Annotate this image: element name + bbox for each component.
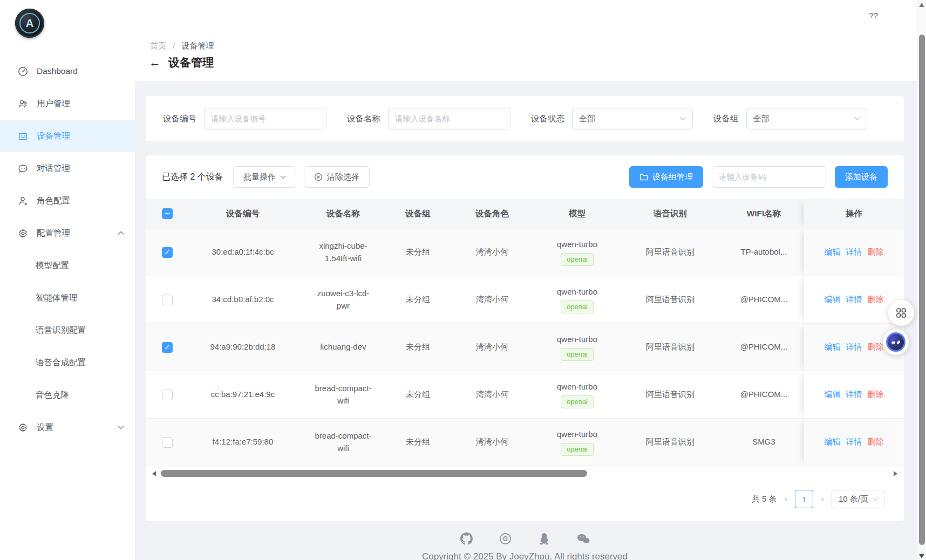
device-group-manage-button[interactable]: 设备组管理: [629, 166, 703, 188]
scroll-down-arrow-icon[interactable]: [919, 554, 924, 558]
edit-link[interactable]: 编辑: [825, 342, 841, 352]
breadcrumb-home[interactable]: 首页: [150, 41, 166, 50]
device-group-select[interactable]: 全部: [746, 108, 867, 129]
sidebar-item-device-mgmt[interactable]: 设备管理: [0, 120, 135, 152]
device-name-filter-label: 设备名称: [347, 113, 380, 125]
user-avatar-fallback[interactable]: ??: [869, 11, 878, 20]
sidebar-item-role-config[interactable]: 角色配置: [0, 185, 135, 217]
vertical-scrollbar-thumb[interactable]: [919, 35, 925, 545]
detail-link[interactable]: 详情: [846, 390, 862, 400]
device-status-select[interactable]: 全部: [572, 108, 693, 129]
device-status-value: 全部: [579, 114, 595, 124]
group-cell: 未分组: [390, 276, 446, 323]
detail-link[interactable]: 详情: [846, 437, 862, 447]
row-checkbox[interactable]: ✓: [162, 390, 173, 400]
folder-icon: [639, 173, 648, 181]
batch-actions-button[interactable]: 批量操作: [233, 166, 296, 188]
circle-x-icon: [314, 173, 323, 181]
toolbox-toggle-button[interactable]: [888, 300, 914, 326]
chevron-down-icon: [679, 117, 686, 121]
qq-icon[interactable]: [538, 532, 551, 545]
grid-apps-icon: [896, 308, 907, 318]
col-model: 模型: [538, 199, 616, 229]
wifi-cell: TP-autobol...: [724, 229, 804, 276]
scroll-up-arrow-icon[interactable]: [919, 3, 924, 7]
next-page-button[interactable]: ›: [820, 494, 825, 504]
back-arrow-icon[interactable]: ←: [149, 57, 161, 69]
app-logo[interactable]: A: [0, 0, 135, 45]
sidebar-item-settings[interactable]: 设置: [0, 411, 135, 443]
page-number-button[interactable]: 1: [795, 490, 813, 508]
delete-link[interactable]: 删除: [868, 390, 884, 400]
chat-icon: [17, 163, 28, 174]
device-name-cell: zuowei-c3-lcd-pwr: [311, 288, 375, 312]
model-provider-tag: openai: [561, 348, 594, 361]
group-cell: 未分组: [390, 371, 446, 418]
github-icon[interactable]: [460, 532, 473, 545]
role-cell: 湾湾小何: [446, 371, 538, 418]
device-name-filter-input[interactable]: [388, 108, 510, 129]
assistant-button[interactable]: [883, 329, 909, 355]
sidebar-item-config-mgmt[interactable]: 配置管理: [0, 217, 135, 249]
sidebar-item-model-config[interactable]: 模型配置: [0, 249, 135, 282]
dashboard-icon: [17, 66, 28, 77]
model-cell: qwen-turbo: [557, 428, 597, 441]
sidebar-item-tts-config[interactable]: 语音合成配置: [0, 346, 135, 379]
sidebar-nav: Dashboard 用户管理 设备管理 对话管理 角色配置: [0, 55, 135, 443]
chevron-down-icon: [873, 497, 879, 501]
add-device-label: 添加设备: [845, 172, 877, 182]
clear-selection-button[interactable]: 清除选择: [304, 166, 370, 188]
device-code-input[interactable]: [712, 166, 826, 188]
horizontal-scrollbar-thumb[interactable]: [161, 470, 587, 477]
sidebar-item-asr-config[interactable]: 语音识别配置: [0, 314, 135, 346]
prev-page-button[interactable]: ‹: [784, 494, 789, 504]
device-id-filter-input[interactable]: [204, 108, 326, 129]
sidebar-item-dashboard[interactable]: Dashboard: [0, 55, 135, 87]
clear-selection-label: 清除选择: [327, 172, 359, 182]
delete-link[interactable]: 删除: [868, 247, 884, 257]
col-wifi: WIFI名称: [724, 199, 804, 229]
scroll-right-arrow-icon[interactable]: [894, 471, 897, 476]
wifi-cell: SMG3: [724, 419, 804, 466]
device-id-cell: cc:ba:97:21:e4:9c: [189, 371, 297, 418]
sidebar-item-chat-mgmt[interactable]: 对话管理: [0, 152, 135, 185]
detail-link[interactable]: 详情: [846, 295, 862, 305]
delete-link[interactable]: 删除: [868, 437, 884, 447]
group-cell: 未分组: [390, 419, 446, 466]
select-all-checkbox[interactable]: [162, 208, 173, 219]
wechat-icon[interactable]: [577, 532, 590, 545]
add-device-button[interactable]: 添加设备: [835, 166, 888, 188]
sidebar-item-label: 对话管理: [37, 163, 70, 174]
detail-link[interactable]: 详情: [846, 247, 862, 257]
page-head: ?? 首页 / 设备管理 ← 设备管理: [135, 0, 917, 81]
delete-link[interactable]: 删除: [868, 342, 884, 352]
edit-link[interactable]: 编辑: [825, 247, 841, 257]
sidebar-item-agent-mgmt[interactable]: 智能体管理: [0, 282, 135, 314]
sidebar-item-label: 用户管理: [37, 98, 70, 110]
model-provider-tag: openai: [561, 395, 594, 408]
sidebar-item-user-mgmt[interactable]: 用户管理: [0, 87, 135, 120]
row-checkbox[interactable]: ✓: [162, 437, 173, 448]
wifi-cell: @PHICOM...: [724, 324, 804, 371]
row-checkbox[interactable]: ✓: [162, 342, 173, 353]
edit-link[interactable]: 编辑: [825, 295, 841, 305]
chevron-down-icon: [118, 425, 124, 429]
col-device-id: 设备编号: [189, 199, 297, 229]
edit-link[interactable]: 编辑: [825, 390, 841, 400]
edit-link[interactable]: 编辑: [825, 437, 841, 447]
page-size-select[interactable]: 10 条/页: [832, 490, 884, 508]
page-footer: G Copyright © 2025 By JoeyZhou. All righ…: [146, 532, 904, 560]
col-device-name: 设备名称: [297, 199, 390, 229]
config-submenu: 模型配置 智能体管理 语音识别配置 语音合成配置 音色克隆: [0, 249, 135, 411]
row-checkbox[interactable]: ✓: [162, 295, 173, 305]
detail-link[interactable]: 详情: [846, 342, 862, 352]
sidebar-item-voice-clone[interactable]: 音色克隆: [0, 379, 135, 411]
gitee-icon[interactable]: G: [499, 532, 512, 545]
breadcrumb-current: 设备管理: [182, 41, 214, 50]
asr-cell: 阿里语音识别: [616, 229, 724, 276]
row-checkbox[interactable]: ✓: [162, 247, 173, 258]
sidebar-item-label: 音色克隆: [36, 390, 69, 401]
delete-link[interactable]: 删除: [868, 295, 884, 305]
scroll-left-arrow-icon[interactable]: [152, 471, 156, 476]
main-area: ?? 首页 / 设备管理 ← 设备管理 设备编号 设备名称 设备状态: [135, 0, 917, 560]
